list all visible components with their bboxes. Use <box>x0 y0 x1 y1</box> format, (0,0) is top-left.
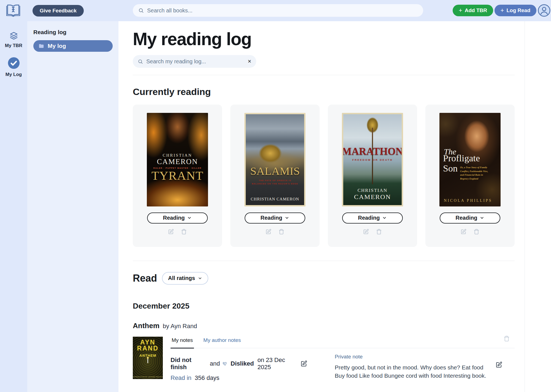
chevron-down-icon <box>198 276 202 281</box>
sidebar-item-label: My log <box>48 43 66 49</box>
book-title: Profligate <box>443 153 480 163</box>
notes-panel: My notes My author notes Did not finish … <box>171 337 515 382</box>
book-cover-marathon[interactable]: MARATHON FREEDOM OR DEATH CHRISTIAN CAME… <box>342 113 403 206</box>
clear-search-button[interactable]: × <box>248 58 251 64</box>
chevron-down-icon <box>382 216 387 220</box>
book-card: CHRISTIAN CAMERON RULER · PUPPET MASTER … <box>133 105 222 247</box>
read-heading: Read <box>133 273 157 284</box>
page-title: My reading log <box>133 30 515 48</box>
currently-reading-heading: Currently reading <box>133 86 515 97</box>
private-note-label: Private note <box>335 354 492 360</box>
notes-tabs: My notes My author notes <box>171 337 515 348</box>
rail-label: My Log <box>6 72 22 77</box>
all-ratings-dropdown[interactable]: All ratings <box>162 272 208 285</box>
chevron-down-icon <box>480 216 484 220</box>
edit-icon[interactable] <box>168 229 174 235</box>
app-root: Give Feedback + Add TBR + Log Read <box>0 0 551 392</box>
search-icon <box>138 8 144 13</box>
reading-log-sidebar: Reading log My log <box>27 21 118 392</box>
search-icon <box>138 59 143 64</box>
read-in-label: Read in <box>171 374 191 382</box>
trash-icon[interactable] <box>474 229 479 235</box>
stack-icon <box>9 32 18 40</box>
disliked-heart-icon <box>222 361 228 367</box>
book-title: TYRANT <box>152 170 203 182</box>
sidebar-title: Reading log <box>33 29 113 36</box>
global-search-input[interactable] <box>147 7 418 14</box>
reading-status-dropdown[interactable]: Reading <box>147 213 208 224</box>
book-title: MARATHON <box>342 146 403 156</box>
book-cover-tyrant[interactable]: CHRISTIAN CAMERON RULER · PUPPET MASTER … <box>147 113 208 206</box>
edit-icon[interactable] <box>461 229 466 235</box>
entry-book-title: Anthem <box>133 322 160 330</box>
finish-status: Did not finish <box>171 356 207 371</box>
book-title: SALAMIS <box>250 165 300 177</box>
global-search[interactable] <box>133 4 423 17</box>
trash-icon[interactable] <box>504 336 510 342</box>
log-read-button[interactable]: + Log Read <box>495 5 536 16</box>
plus-icon: + <box>459 7 462 13</box>
trash-icon[interactable] <box>279 229 284 235</box>
tab-my-notes[interactable]: My notes <box>171 337 194 349</box>
candle-graphic <box>147 359 148 363</box>
trash-icon[interactable] <box>181 229 187 235</box>
edit-icon[interactable] <box>266 229 271 235</box>
edit-icon[interactable] <box>496 361 502 368</box>
top-bar: Give Feedback + Add TBR + Log Read <box>0 0 551 21</box>
divider <box>133 261 515 261</box>
log-search-input[interactable] <box>146 58 244 65</box>
left-rail: My TBR My Log <box>0 21 27 392</box>
private-note-text: Pretty good, but not in the mood. Why do… <box>335 363 492 380</box>
add-tbr-button[interactable]: + Add TBR <box>453 5 493 16</box>
main-area: My reading log × Currently reading CHRIS… <box>118 21 551 392</box>
status-join: and <box>210 360 220 367</box>
folder-icon <box>38 43 44 49</box>
read-date: on 23 Dec 2025 <box>257 356 298 371</box>
reading-status-dropdown[interactable]: Reading <box>245 213 305 224</box>
log-search[interactable]: × <box>133 55 256 68</box>
chevron-down-icon <box>187 216 192 220</box>
read-entry: AYN RAND ANTHEM INTRODUCTION BY LEONARD … <box>133 337 515 382</box>
book-cover-profligate-son[interactable]: The Profligate Son Or, a True Story of F… <box>439 113 501 206</box>
book-cover-salamis[interactable]: SALAMIS THE FATE OF GREECE IS BALANCED O… <box>244 113 306 206</box>
reading-status-dropdown[interactable]: Reading <box>440 213 500 224</box>
user-avatar[interactable] <box>538 4 550 17</box>
sidebar-item-my-log[interactable]: My log <box>33 40 113 52</box>
rail-label: My TBR <box>5 43 22 48</box>
edit-icon[interactable] <box>363 229 369 235</box>
book-card: The Profligate Son Or, a True Story of F… <box>425 105 515 247</box>
edit-icon[interactable] <box>301 360 307 367</box>
book-cover-anthem[interactable]: AYN RAND ANTHEM INTRODUCTION BY LEONARD … <box>133 337 163 379</box>
check-circle-icon <box>7 57 20 69</box>
divider <box>133 75 515 75</box>
currently-reading-cards: CHRISTIAN CAMERON RULER · PUPPET MASTER … <box>133 105 515 247</box>
book-card: MARATHON FREEDOM OR DEATH CHRISTIAN CAME… <box>328 105 417 247</box>
entry-book-author: by Ayn Rand <box>163 323 197 330</box>
reading-status-dropdown[interactable]: Reading <box>342 213 403 224</box>
book-card: SALAMIS THE FATE OF GREECE IS BALANCED O… <box>230 105 320 247</box>
chevron-down-icon <box>285 216 289 220</box>
give-feedback-button[interactable]: Give Feedback <box>33 5 84 17</box>
app-logo-book-dna-icon <box>6 4 21 18</box>
read-in-value: 356 days <box>195 374 219 382</box>
rating-label: Disliked <box>231 360 254 367</box>
tab-my-author-notes[interactable]: My author notes <box>202 337 242 348</box>
rail-item-my-log[interactable]: My Log <box>6 57 22 77</box>
plus-icon: + <box>501 7 504 13</box>
rail-item-my-tbr[interactable]: My TBR <box>5 32 22 48</box>
trash-icon[interactable] <box>376 229 382 235</box>
month-heading: December 2025 <box>133 302 515 311</box>
